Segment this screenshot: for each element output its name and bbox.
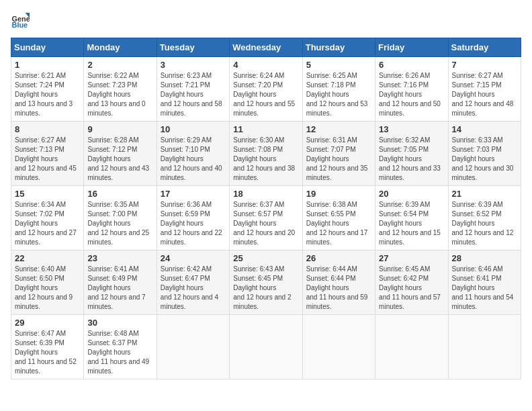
day-info: Sunrise: 6:28 AMSunset: 7:12 PMDaylight … xyxy=(87,136,152,183)
svg-text:Blue: Blue xyxy=(12,21,28,29)
calendar-cell: 14Sunrise: 6:33 AMSunset: 7:03 PMDayligh… xyxy=(448,122,521,186)
day-header-monday: Monday xyxy=(84,38,157,57)
day-number: 20 xyxy=(379,189,444,199)
calendar-table: SundayMondayTuesdayWednesdayThursdayFrid… xyxy=(11,38,521,379)
calendar-cell: 30Sunrise: 6:48 AMSunset: 6:37 PMDayligh… xyxy=(84,315,157,379)
day-number: 3 xyxy=(161,60,226,70)
day-number: 21 xyxy=(452,189,517,199)
day-info: Sunrise: 6:34 AMSunset: 7:02 PMDaylight … xyxy=(15,200,80,247)
day-number: 29 xyxy=(15,318,80,328)
day-info: Sunrise: 6:40 AMSunset: 6:50 PMDaylight … xyxy=(15,265,80,312)
calendar-cell: 3Sunrise: 6:23 AMSunset: 7:21 PMDaylight… xyxy=(157,57,229,122)
day-number: 16 xyxy=(87,189,152,199)
day-info: Sunrise: 6:27 AMSunset: 7:13 PMDaylight … xyxy=(15,136,80,183)
header: General Blue xyxy=(11,11,521,30)
day-number: 12 xyxy=(306,124,371,134)
day-number: 11 xyxy=(233,124,298,134)
day-info: Sunrise: 6:35 AMSunset: 7:00 PMDaylight … xyxy=(87,200,152,247)
day-info: Sunrise: 6:43 AMSunset: 6:45 PMDaylight … xyxy=(233,265,298,312)
day-number: 27 xyxy=(379,253,444,263)
day-header-thursday: Thursday xyxy=(302,38,375,57)
day-info: Sunrise: 6:39 AMSunset: 6:52 PMDaylight … xyxy=(452,200,517,247)
day-header-tuesday: Tuesday xyxy=(157,38,229,57)
day-info: Sunrise: 6:30 AMSunset: 7:08 PMDaylight … xyxy=(233,136,298,183)
calendar-cell: 20Sunrise: 6:39 AMSunset: 6:54 PMDayligh… xyxy=(375,186,448,250)
day-number: 9 xyxy=(87,124,152,134)
day-number: 14 xyxy=(452,124,517,134)
day-number: 30 xyxy=(87,318,152,328)
calendar-cell: 5Sunrise: 6:25 AMSunset: 7:18 PMDaylight… xyxy=(302,57,375,122)
day-number: 28 xyxy=(452,253,517,263)
day-number: 15 xyxy=(15,189,80,199)
day-info: Sunrise: 6:22 AMSunset: 7:23 PMDaylight … xyxy=(87,71,152,118)
day-number: 17 xyxy=(161,189,226,199)
day-info: Sunrise: 6:25 AMSunset: 7:18 PMDaylight … xyxy=(306,71,371,118)
calendar-cell: 11Sunrise: 6:30 AMSunset: 7:08 PMDayligh… xyxy=(230,122,302,186)
day-number: 1 xyxy=(15,60,80,70)
calendar-cell xyxy=(302,315,375,379)
day-number: 4 xyxy=(233,60,298,70)
day-info: Sunrise: 6:37 AMSunset: 6:57 PMDaylight … xyxy=(233,200,298,247)
day-number: 24 xyxy=(161,253,226,263)
day-info: Sunrise: 6:39 AMSunset: 6:54 PMDaylight … xyxy=(379,200,444,247)
calendar-cell xyxy=(375,315,448,379)
calendar-cell: 10Sunrise: 6:29 AMSunset: 7:10 PMDayligh… xyxy=(157,122,229,186)
calendar-cell: 29Sunrise: 6:47 AMSunset: 6:39 PMDayligh… xyxy=(11,315,84,379)
calendar-cell xyxy=(157,315,229,379)
day-info: Sunrise: 6:41 AMSunset: 6:49 PMDaylight … xyxy=(87,265,152,312)
calendar-cell: 15Sunrise: 6:34 AMSunset: 7:02 PMDayligh… xyxy=(11,186,84,250)
calendar-cell: 1Sunrise: 6:21 AMSunset: 7:24 PMDaylight… xyxy=(11,57,84,122)
day-number: 10 xyxy=(161,124,226,134)
calendar-cell: 12Sunrise: 6:31 AMSunset: 7:07 PMDayligh… xyxy=(302,122,375,186)
day-info: Sunrise: 6:21 AMSunset: 7:24 PMDaylight … xyxy=(15,71,80,118)
day-number: 7 xyxy=(452,60,517,70)
day-number: 22 xyxy=(15,253,80,263)
generalblue-logo-icon: General Blue xyxy=(11,11,30,30)
day-info: Sunrise: 6:32 AMSunset: 7:05 PMDaylight … xyxy=(379,136,444,183)
calendar-cell: 25Sunrise: 6:43 AMSunset: 6:45 PMDayligh… xyxy=(230,250,302,315)
calendar-cell: 17Sunrise: 6:36 AMSunset: 6:59 PMDayligh… xyxy=(157,186,229,250)
calendar-cell: 23Sunrise: 6:41 AMSunset: 6:49 PMDayligh… xyxy=(84,250,157,315)
calendar-cell: 22Sunrise: 6:40 AMSunset: 6:50 PMDayligh… xyxy=(11,250,84,315)
day-header-wednesday: Wednesday xyxy=(230,38,302,57)
day-number: 18 xyxy=(233,189,298,199)
day-info: Sunrise: 6:46 AMSunset: 6:41 PMDaylight … xyxy=(452,265,517,312)
day-header-saturday: Saturday xyxy=(448,38,521,57)
day-info: Sunrise: 6:23 AMSunset: 7:21 PMDaylight … xyxy=(161,71,226,118)
day-info: Sunrise: 6:24 AMSunset: 7:20 PMDaylight … xyxy=(233,71,298,118)
calendar-cell: 26Sunrise: 6:44 AMSunset: 6:44 PMDayligh… xyxy=(302,250,375,315)
calendar-cell: 18Sunrise: 6:37 AMSunset: 6:57 PMDayligh… xyxy=(230,186,302,250)
day-number: 23 xyxy=(87,253,152,263)
calendar-cell: 8Sunrise: 6:27 AMSunset: 7:13 PMDaylight… xyxy=(11,122,84,186)
day-number: 19 xyxy=(306,189,371,199)
day-number: 25 xyxy=(233,253,298,263)
calendar-cell xyxy=(448,315,521,379)
day-info: Sunrise: 6:36 AMSunset: 6:59 PMDaylight … xyxy=(161,200,226,247)
calendar-cell: 2Sunrise: 6:22 AMSunset: 7:23 PMDaylight… xyxy=(84,57,157,122)
calendar-cell: 4Sunrise: 6:24 AMSunset: 7:20 PMDaylight… xyxy=(230,57,302,122)
day-info: Sunrise: 6:31 AMSunset: 7:07 PMDaylight … xyxy=(306,136,371,183)
week-row-1: 1Sunrise: 6:21 AMSunset: 7:24 PMDaylight… xyxy=(11,57,521,122)
day-info: Sunrise: 6:29 AMSunset: 7:10 PMDaylight … xyxy=(161,136,226,183)
calendar-cell: 27Sunrise: 6:45 AMSunset: 6:42 PMDayligh… xyxy=(375,250,448,315)
calendar-cell: 6Sunrise: 6:26 AMSunset: 7:16 PMDaylight… xyxy=(375,57,448,122)
day-number: 8 xyxy=(15,124,80,134)
day-info: Sunrise: 6:42 AMSunset: 6:47 PMDaylight … xyxy=(161,265,226,312)
calendar-cell: 19Sunrise: 6:38 AMSunset: 6:55 PMDayligh… xyxy=(302,186,375,250)
day-header-sunday: Sunday xyxy=(11,38,84,57)
day-info: Sunrise: 6:48 AMSunset: 6:37 PMDaylight … xyxy=(87,329,152,376)
day-info: Sunrise: 6:44 AMSunset: 6:44 PMDaylight … xyxy=(306,265,371,312)
calendar-cell: 21Sunrise: 6:39 AMSunset: 6:52 PMDayligh… xyxy=(448,186,521,250)
day-number: 26 xyxy=(306,253,371,263)
calendar-cell: 24Sunrise: 6:42 AMSunset: 6:47 PMDayligh… xyxy=(157,250,229,315)
week-row-2: 8Sunrise: 6:27 AMSunset: 7:13 PMDaylight… xyxy=(11,122,521,186)
day-info: Sunrise: 6:27 AMSunset: 7:15 PMDaylight … xyxy=(452,71,517,118)
day-info: Sunrise: 6:47 AMSunset: 6:39 PMDaylight … xyxy=(15,329,80,376)
day-number: 2 xyxy=(87,60,152,70)
day-info: Sunrise: 6:38 AMSunset: 6:55 PMDaylight … xyxy=(306,200,371,247)
day-number: 5 xyxy=(306,60,371,70)
calendar-cell: 16Sunrise: 6:35 AMSunset: 7:00 PMDayligh… xyxy=(84,186,157,250)
day-info: Sunrise: 6:26 AMSunset: 7:16 PMDaylight … xyxy=(379,71,444,118)
calendar-cell: 7Sunrise: 6:27 AMSunset: 7:15 PMDaylight… xyxy=(448,57,521,122)
day-info: Sunrise: 6:33 AMSunset: 7:03 PMDaylight … xyxy=(452,136,517,183)
